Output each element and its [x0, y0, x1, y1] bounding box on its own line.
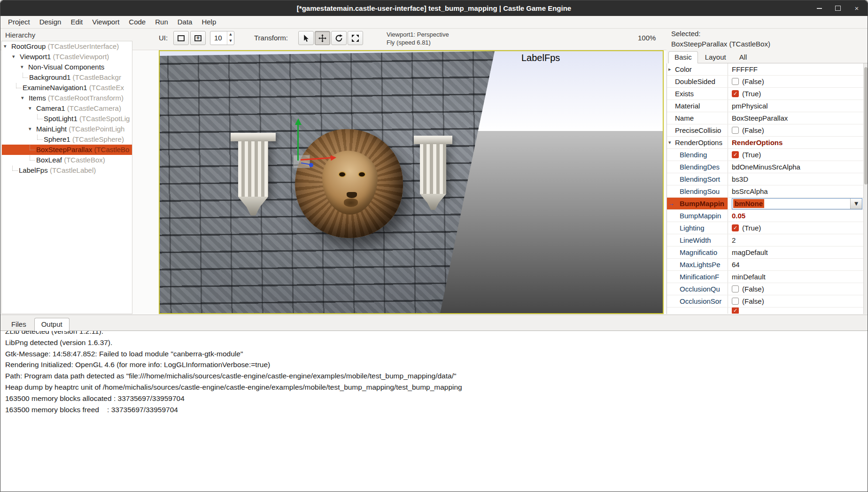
labelfps-control[interactable]: LabelFps — [521, 53, 560, 63]
expander-icon[interactable]: ▾ — [21, 93, 24, 103]
minimize-button[interactable] — [813, 3, 825, 14]
menu-project[interactable]: Project — [3, 16, 35, 28]
property-value[interactable]: bs3D — [728, 173, 863, 185]
expander-icon[interactable]: ▾ — [12, 52, 15, 62]
property-value[interactable]: magDefault — [728, 246, 863, 258]
scale-tool-button[interactable] — [348, 31, 363, 45]
checkbox-checked-icon[interactable]: ✓ — [732, 151, 739, 158]
property-name[interactable]: Name — [667, 112, 728, 124]
menu-run[interactable]: Run — [150, 16, 173, 28]
expand-icon[interactable]: ▸ — [668, 63, 671, 75]
menu-viewport[interactable]: Viewport — [87, 16, 124, 28]
add-ui-control-button[interactable] — [190, 31, 206, 45]
gizmo-x-axis-arrow[interactable] — [331, 155, 337, 161]
tree-item-spotlight1[interactable]: SpotLight1 (TCastleSpotLig — [2, 114, 132, 124]
property-name[interactable]: LineWidth — [667, 234, 728, 246]
tab-all[interactable]: All — [733, 51, 753, 63]
menu-edit[interactable]: Edit — [66, 16, 87, 28]
property-name[interactable]: BlendingDes — [667, 161, 728, 173]
checkbox-checked-icon[interactable]: ✓ — [732, 224, 739, 231]
tree-item-examinenavigation1[interactable]: ExamineNavigation1 (TCastleEx — [2, 83, 132, 93]
checkbox-checked-icon[interactable]: ✓ — [732, 308, 739, 314]
property-value[interactable]: (False) — [728, 76, 863, 87]
move-tool-button[interactable] — [315, 31, 330, 45]
inspector-scrollbar[interactable] — [863, 63, 868, 314]
property-value[interactable]: BoxSteepParallax — [728, 112, 863, 124]
menu-code[interactable]: Code — [124, 16, 150, 28]
property-value[interactable]: 0.05 — [728, 210, 863, 222]
property-value[interactable]: ✓(True) — [728, 149, 863, 161]
tree-item-viewport1[interactable]: ▾Viewport1 (TCastleViewport) — [2, 52, 132, 62]
property-name[interactable]: DoubleSided — [667, 76, 728, 87]
tab-layout[interactable]: Layout — [699, 51, 732, 63]
property-value[interactable]: (False) — [728, 283, 863, 295]
tree-item-mainlight[interactable]: ▾MainLight (TCastlePointLigh — [2, 124, 132, 134]
titlebar[interactable]: [*gamestatemain.castle-user-interface] t… — [0, 0, 868, 16]
gizmo-y-axis-arrow[interactable] — [295, 118, 302, 125]
tree-item-boxsteepparallax[interactable]: BoxSteepParallax (TCastleBo — [2, 145, 132, 155]
property-name[interactable]: BlendingSort — [667, 173, 728, 185]
tree-item-labelfps[interactable]: LabelFps (TCastleLabel) — [2, 165, 132, 176]
close-button[interactable]: × — [851, 3, 863, 14]
select-tool-button[interactable] — [298, 31, 314, 45]
property-name[interactable]: Lighting — [667, 222, 728, 234]
collapse-icon[interactable]: ▾ — [668, 137, 671, 148]
checkbox-unchecked-icon[interactable] — [732, 285, 739, 292]
gizmo-z-axis-handle[interactable] — [309, 163, 313, 167]
property-value[interactable]: 64 — [728, 259, 863, 270]
bumpmapping-combo[interactable]: bmNone▼ — [732, 198, 862, 209]
property-name[interactable]: OcclusionSor — [667, 295, 728, 307]
property-name[interactable]: Magnificatio — [667, 246, 728, 258]
property-name[interactable]: BumpMappin — [667, 198, 728, 209]
checkbox-unchecked-icon[interactable] — [732, 298, 739, 305]
menu-help[interactable]: Help — [197, 16, 221, 28]
property-name[interactable]: ▸Color — [667, 63, 728, 75]
property-value[interactable]: pmPhysical — [728, 100, 863, 112]
menu-design[interactable]: Design — [35, 16, 66, 28]
property-value[interactable]: (False) — [728, 124, 863, 136]
property-value[interactable]: bsSrcAlpha — [728, 185, 863, 197]
maximize-button[interactable] — [832, 3, 844, 14]
property-name[interactable]: MinificationF — [667, 271, 728, 283]
expander-icon[interactable]: ▾ — [21, 62, 23, 72]
checkbox-unchecked-icon[interactable] — [732, 78, 739, 85]
checkbox-checked-icon[interactable]: ✓ — [732, 90, 739, 97]
property-value[interactable]: bmNone▼ — [728, 198, 863, 209]
property-name[interactable]: BumpMappin — [667, 210, 728, 222]
scrollbar-thumb[interactable] — [864, 67, 868, 184]
property-value[interactable]: bdOneMinusSrcAlpha — [728, 161, 863, 173]
expander-icon[interactable]: ▾ — [4, 41, 7, 52]
ui-scale-spinner[interactable]: 10 ▲ ▼ — [210, 31, 234, 45]
property-name[interactable]: ▾RenderOptions — [667, 137, 728, 148]
property-name[interactable] — [667, 308, 728, 314]
tree-item-sphere1[interactable]: Sphere1 (TCastleSphere) — [2, 134, 132, 145]
tab-output[interactable]: Output — [34, 318, 70, 331]
expander-icon[interactable]: ▾ — [29, 103, 31, 114]
tab-basic[interactable]: Basic — [668, 51, 698, 63]
property-name[interactable]: PreciseCollisio — [667, 124, 728, 136]
tree-item-non-visual-components[interactable]: ▾Non-Visual Components — [2, 62, 132, 72]
property-value[interactable]: 2 — [728, 234, 863, 246]
property-name[interactable]: Material — [667, 100, 728, 112]
tree-item-background1[interactable]: Background1 (TCastleBackgr — [2, 72, 132, 83]
spinner-up-icon[interactable]: ▲ — [227, 31, 234, 38]
property-value[interactable]: (False) — [728, 295, 863, 307]
gizmo-y-axis[interactable] — [297, 124, 299, 161]
tab-files[interactable]: Files — [4, 318, 33, 331]
property-name[interactable]: Blending — [667, 149, 728, 161]
tree-item-camera1[interactable]: ▾Camera1 (TCastleCamera) — [2, 103, 132, 114]
checkbox-unchecked-icon[interactable] — [732, 127, 739, 134]
tree-item-items[interactable]: ▾Items (TCastleRootTransform) — [2, 93, 132, 103]
property-name[interactable]: OcclusionQu — [667, 283, 728, 295]
property-value[interactable]: RenderOptions — [728, 137, 863, 148]
expander-icon[interactable]: ▾ — [29, 124, 31, 134]
property-value[interactable]: ✓(True) — [728, 222, 863, 234]
property-value[interactable]: FFFFFF — [728, 63, 863, 75]
property-value[interactable]: minDefault — [728, 271, 863, 283]
property-name[interactable]: Exists — [667, 88, 728, 100]
property-value[interactable]: ✓(True) — [728, 88, 863, 100]
property-name[interactable]: MaxLightsPe — [667, 259, 728, 270]
rotate-tool-button[interactable] — [331, 31, 347, 45]
menu-data[interactable]: Data — [173, 16, 197, 28]
add-ui-rectangle-button[interactable] — [173, 31, 189, 45]
